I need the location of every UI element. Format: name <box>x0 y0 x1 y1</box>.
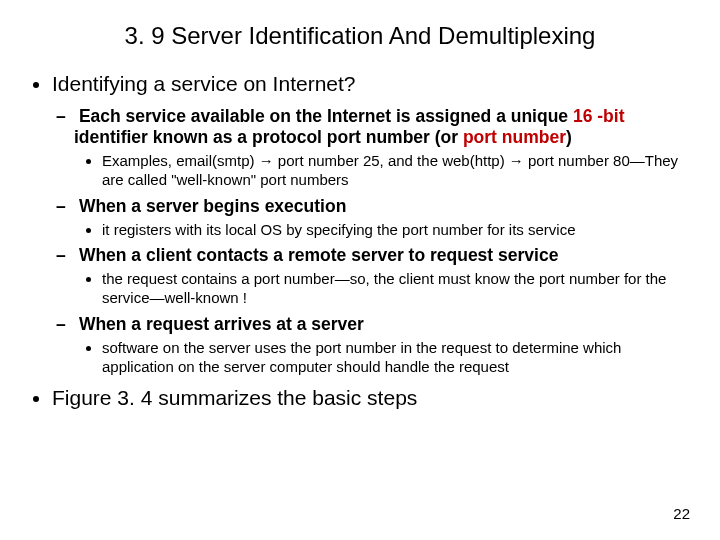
bullet-identifying-service: Identifying a service on Internet? Each … <box>52 72 690 376</box>
text-segment: ) <box>566 127 572 147</box>
example-software-uses: software on the server uses the port num… <box>102 339 690 377</box>
example-wellknown: Examples, email(smtp) → port number 25, … <box>102 152 690 190</box>
bullet-text: Identifying a service on Internet? <box>52 72 356 95</box>
bullet-list: Identifying a service on Internet? Each … <box>30 72 690 410</box>
text-red-portnumber: port number <box>463 127 566 147</box>
bullet-figure-summary: Figure 3. 4 summarizes the basic steps <box>52 386 690 410</box>
text-segment: identifier known as a protocol port numb… <box>74 127 463 147</box>
sublist: Each service available on the Internet i… <box>52 106 690 376</box>
subsublist: Examples, email(smtp) → port number 25, … <box>74 152 690 190</box>
text-segment: Each service available on the Internet i… <box>79 106 573 126</box>
sub-unique-id: Each service available on the Internet i… <box>74 106 690 190</box>
subsublist: it registers with its local OS by specif… <box>74 221 690 240</box>
example-request-port: the request contains a port number—so, t… <box>102 270 690 308</box>
text-segment: When a server begins execution <box>79 196 346 216</box>
example-registers: it registers with its local OS by specif… <box>102 221 690 240</box>
page-number: 22 <box>673 505 690 522</box>
text-segment: When a client contacts a remote server t… <box>79 245 559 265</box>
subsublist: the request contains a port number—so, t… <box>74 270 690 308</box>
sub-client-contacts: When a client contacts a remote server t… <box>74 245 690 308</box>
subsublist: software on the server uses the port num… <box>74 339 690 377</box>
sub-request-arrives: When a request arrives at a server softw… <box>74 314 690 377</box>
bullet-text: Figure 3. 4 summarizes the basic steps <box>52 386 417 409</box>
sub-server-begins: When a server begins execution it regist… <box>74 196 690 240</box>
slide-title: 3. 9 Server Identification And Demultipl… <box>30 22 690 50</box>
text-segment: When a request arrives at a server <box>79 314 364 334</box>
text-red-16bit: 16 -bit <box>573 106 625 126</box>
